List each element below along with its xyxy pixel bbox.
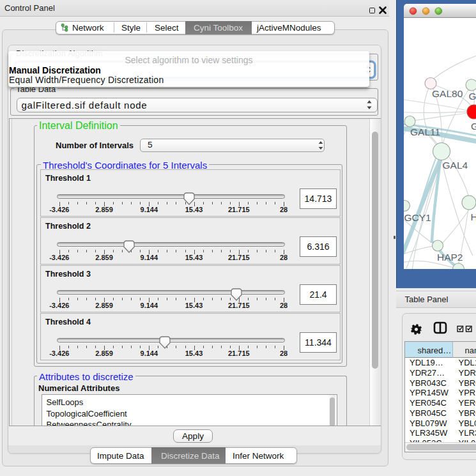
svg-text:GA: GA	[471, 121, 476, 132]
svg-text:GAL8: GAL8	[469, 91, 476, 102]
svg-text:HAP2: HAP2	[437, 252, 463, 263]
svg-text:GAL80: GAL80	[432, 88, 463, 99]
svg-text:GAL11: GAL11	[410, 127, 440, 137]
svg-text:GAL4: GAL4	[443, 160, 468, 171]
svg-text:H: H	[471, 211, 476, 222]
svg-text:GCY1: GCY1	[404, 212, 431, 223]
